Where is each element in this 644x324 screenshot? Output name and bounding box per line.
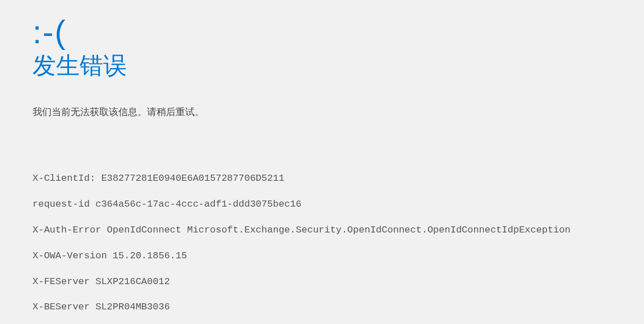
sad-face: :-( <box>33 16 611 48</box>
detail-line: X-ClientId: E38277281E0940E6A0157287706D… <box>33 172 611 185</box>
error-message: 我们当前无法获取该信息。请稍后重试。 <box>33 105 611 120</box>
detail-line: X-FEServer SLXP216CA0012 <box>33 276 611 289</box>
error-details-block: X-ClientId: E38277281E0940E6A0157287706D… <box>33 159 611 324</box>
error-title: 发生错误 <box>33 51 611 81</box>
detail-line: request-id c364a56c-17ac-4ccc-adf1-ddd30… <box>33 198 611 211</box>
detail-line: X-OWA-Version 15.20.1856.15 <box>33 250 611 263</box>
detail-line: X-BEServer SL2PR04MB3036 <box>33 301 611 314</box>
detail-line: X-Auth-Error OpenIdConnect Microsoft.Exc… <box>33 224 611 237</box>
